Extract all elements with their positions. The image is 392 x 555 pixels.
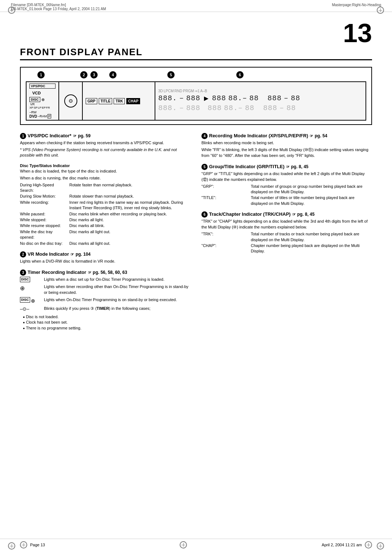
disc-type-body2: When a disc is running, the disc marks r… [20,175,191,181]
disc-status-key-4: While paused: [20,211,67,217]
timer-disc-clock-desc: Lights when On-Disc Timer Programming is… [44,297,191,304]
segment-row-2: 888. – 888 888 88.– 88 888 – 88 [158,104,363,112]
disc-status-val-2: Rotate slower than normal playback. [69,194,191,199]
indicator-1-section: 1 VPS/PDC Indicator* ☞ pg. 59 Appears wh… [20,133,191,158]
number-indicators-row: 1 2 3 4 5 6 [26,71,366,80]
indicator-3-title: Timer Recording Indicator [28,270,86,275]
grp-val: Total number of groups or group number b… [251,184,372,195]
indicator-3-heading: 3 Timer Recording Indicator ☞ pg. 56, 58… [20,270,191,276]
disc-vr-area: DISC ⊕ VR XPSPLPEPFR [29,96,56,109]
rw-ram-labels: –RW DVD –RAM P [29,110,56,118]
indicator-1-pgref: pg. 59 [78,133,91,138]
indicator-1-title: VPS/PDC Indicator* [28,133,72,138]
disc-type-subtitle: Disc Type/Status Indicator [20,163,191,168]
timer-icon-blink: –⊙– Blinks quickly if you press ③ (TIMER… [20,306,191,313]
timer-icon-disc: DISC Lights when a disc set up for On-Di… [20,277,191,283]
indicator-5-section: 5 Group/Title Indicator (GRP/TITLE) ☞ pg… [201,164,372,206]
footer-center-mark [180,541,187,548]
indicator-5-heading: 5 Group/Title Indicator (GRP/TITLE) ☞ pg… [201,164,372,170]
badge-1: 1 [20,133,26,139]
num-badge-5: 5 [167,71,175,78]
disc-icon-label: DISC [20,277,30,282]
panel-disc-section [59,82,83,120]
panel-left-section: VPS/PDC VCD DISC ⊕ VR XPSPLPEPFR [26,82,59,120]
num-badge-4: 4 [109,71,117,78]
corner-mark-br [377,542,384,551]
num-badge-1: 1 [37,71,45,78]
bullet-1: Disc is not loaded. [23,314,191,320]
timer-disc-desc: Lights when a disc set up for On-Disc Ti… [44,277,191,283]
panel-indicators-section: GRP TITLE TRK CHAP [83,82,155,120]
disc-status-val-1: Rotate faster than normal playback. [69,182,191,194]
timer-clock-desc: Lights when timer recording other than O… [44,284,191,296]
main-content: FRONT DISPLAY PANEL 1 2 3 4 5 6 VPS/PDC … [0,12,392,347]
indicator-2-body: Lights when a DVD-RW disc is formatted i… [20,259,191,264]
title-label: TITLE [99,98,113,104]
bullet-3: There is no programme setting. [23,325,191,331]
title-key: "TITLE": [201,195,249,206]
chap-key: "CHAP": [201,243,249,254]
indicator-2-heading: 2 VR Mode Indicator ☞ pg. 104 [20,251,191,258]
indicator-6-heading: 6 Track/Chapter Indicator (TRK/CHAP) ☞ p… [201,211,372,218]
grp-title-table: "GRP": Total number of groups or group n… [201,184,372,207]
indicator-4-title: Recording Mode Indicator (XP/SP/LP/EP/FR… [209,133,308,138]
indicator-5-pgref: pg. 8, 45 [291,164,309,169]
indicator-5-title: Group/Title Indicator (GRP/TITLE) [209,164,285,169]
corner-mark-tr [377,7,384,15]
masterpage-label: Masterpage:Right-No-Heading [332,3,381,7]
page-footer: Page 13 April 2, 2004 11:21 am [0,539,392,548]
disc-status-key-6: While resume stopped: [20,223,67,228]
panel-display: VPS/PDC VCD DISC ⊕ VR XPSPLPEPFR [26,81,366,121]
corner-mark-bl [8,542,15,551]
timer-icon-disc-clock: DISC ⊕ Lights when On-Disc Timer Program… [20,297,191,304]
disc-diagram [64,94,77,108]
disc-status-key-5: While stopped: [20,217,67,223]
title-val: Total number of titles or title number b… [251,195,372,206]
num-badge-3: 3 [90,71,98,78]
disc-status-key-8: No disc on the disc tray: [20,241,67,246]
indicator-1-note: * VPS (Video Programme System) recording… [20,147,191,158]
segment-row-1: 888. – 888 ▶ 888 88.– 88 888 – 88 [158,94,363,102]
indicator-1-body: Appears when checking if the station bei… [20,140,191,146]
badge-5: 5 [201,164,208,170]
page-header: Filename [DR-M7EK_06Name.fm] DR-M7EK_01.… [0,0,392,12]
num-badge-6: 6 [236,71,244,78]
trk-key: "TRK": [201,231,249,243]
timer-bullets: Disc is not loaded. Clock has not been s… [20,314,191,331]
filename-label: Filename [DR-M7EK_06Name.fm] [11,3,106,7]
content-columns: 1 VPS/PDC Indicator* ☞ pg. 59 Appears wh… [20,133,372,336]
disc-status-key-1: During High-Speed Search: [20,182,67,194]
footer-page: Page 13 [30,543,45,547]
indicator-2-title: VR Mode Indicator [28,251,69,257]
disc-status-key-3: While recording: [20,200,67,211]
book-ref-label: DR-M7EK_01.book Page 13 Friday, April 2,… [11,7,106,11]
disc-status-val-8: Disc marks all light out. [69,241,191,246]
indicator-2-pgref: pg. 104 [75,252,90,257]
disc-type-section: Disc Type/Status Indicator When a disc i… [20,163,191,246]
vcd-label: VCD [32,91,41,95]
trk-label: TRK [114,98,125,104]
disc-status-table: During High-Speed Search: Rotate faster … [20,182,191,246]
chap-val: Chapter number being played back are dis… [251,243,372,254]
trk-chap-table: "TRK": Total number of tracks or track n… [201,231,372,254]
badge-3: 3 [20,270,26,276]
indicator-4-section: 4 Recording Mode Indicator (XP/SP/LP/EP/… [201,133,372,159]
grp-label: GRP [86,98,97,104]
num-badge-2: 2 [80,71,87,78]
disc-clock-label: DISC [20,297,30,303]
grp-key: "GRP": [201,184,249,195]
badge-2: 2 [20,251,26,258]
disc-status-val-7: Disc marks all light out. [69,229,191,240]
page-number: 13 [343,20,372,46]
badge-4: 4 [201,133,208,139]
footer-corner-right [365,541,372,548]
right-column: 4 Recording Mode Indicator (XP/SP/LP/EP/… [201,133,372,336]
indicator-1-heading: 1 VPS/PDC Indicator* ☞ pg. 59 [20,133,191,139]
bullet-2: Clock has not been set. [23,320,191,325]
indicator-4-heading: 4 Recording Mode Indicator (XP/SP/LP/EP/… [201,133,372,139]
segment-display: 3D LPCM RND PRGM ⇒1 A–B 888. – 888 ▶ 888… [155,82,366,120]
indicator-4-pgref: pg. 54 [315,133,327,138]
left-column: 1 VPS/PDC Indicator* ☞ pg. 59 Appears wh… [20,133,191,336]
timer-blink-desc: Blinks quickly if you press ③ (TIMER) in… [44,306,191,313]
corner-mark-tl [8,7,15,15]
